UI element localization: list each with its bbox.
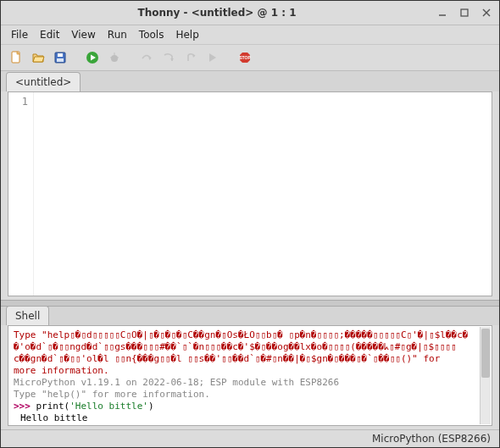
debug-button[interactable] (106, 49, 123, 66)
shell-input-line-1: >>> print('Hello bittle') (14, 401, 475, 412)
shell-input-str: 'Hello bittle' (69, 401, 148, 412)
shell-garbled-tail: more information. (14, 365, 475, 377)
save-button[interactable] (52, 49, 69, 66)
new-file-button[interactable] (8, 49, 25, 66)
step-over-button[interactable] (138, 49, 155, 66)
shell-info-line: Type "help()" for more information. (14, 389, 475, 401)
line-number-gutter: 1 (8, 92, 34, 296)
titlebar: Thonny - <untitled> @ 1 : 1 (1, 1, 499, 25)
svg-marker-19 (209, 53, 216, 62)
shell-garbled-3: c��gn�d`▯�▯▯'ol�l ▯▯n{���g▯▯�l ▯▯s��'▯▯�… (14, 353, 475, 365)
code-area[interactable] (34, 92, 492, 296)
shell-garbled-2: �'o�d`▯�▯▯ngd�d`▯▯gs���▯▯▯#��`▯`�n▯▯▯��c… (14, 341, 475, 353)
svg-text:STOP: STOP (239, 55, 251, 60)
editor[interactable]: 1 (8, 91, 492, 296)
shell-input-pre: print( (36, 401, 70, 412)
shell-input-post: ) (148, 401, 154, 412)
menu-help[interactable]: Help (170, 27, 203, 42)
menu-file[interactable]: File (6, 27, 33, 42)
open-file-button[interactable] (30, 49, 47, 66)
line-number-1: 1 (8, 96, 28, 108)
pane-splitter[interactable] (1, 300, 499, 307)
toolbar: STOP (1, 45, 499, 71)
close-button[interactable] (479, 5, 494, 20)
svg-rect-6 (58, 53, 63, 57)
shell-tab-label: Shell (15, 310, 40, 322)
shell-input-line-2[interactable]: >>> (14, 424, 475, 426)
menu-edit[interactable]: Edit (35, 27, 64, 42)
svg-point-10 (111, 55, 118, 62)
shell-prompt-1: >>> (14, 401, 36, 412)
shell-content: Type "help▯�▯d▯▯▯▯▯C▯O�|▯�▯�▯�▯C��gn�▯Os… (14, 329, 486, 426)
svg-rect-7 (57, 58, 64, 62)
menu-tools[interactable]: Tools (134, 27, 169, 42)
menu-view[interactable]: View (66, 27, 100, 42)
shell-prompt-2: >>> (14, 424, 31, 426)
svg-marker-16 (170, 58, 174, 61)
window-title: Thonny - <untitled> @ 1 : 1 (6, 7, 428, 19)
shell-scrollbar[interactable] (480, 327, 491, 424)
backend-indicator[interactable]: MicroPython (ESP8266) (372, 433, 491, 445)
run-button[interactable] (84, 49, 101, 66)
resume-button[interactable] (204, 49, 221, 66)
editor-tabs: <untitled> (1, 71, 499, 91)
svg-rect-1 (461, 9, 468, 16)
maximize-button[interactable] (457, 5, 472, 20)
shell-tabs: Shell (1, 307, 499, 325)
editor-tab-label: <untitled> (15, 76, 71, 88)
shell-tab[interactable]: Shell (6, 306, 49, 325)
shell[interactable]: Type "help▯�▯d▯▯▯▯▯C▯O�|▯�▯�▯�▯C��gn�▯Os… (8, 325, 492, 426)
menu-run[interactable]: Run (103, 27, 132, 42)
app-window: Thonny - <untitled> @ 1 : 1 File Edit Vi… (0, 0, 500, 448)
menubar: File Edit View Run Tools Help (1, 25, 499, 45)
statusbar: MicroPython (ESP8266) (1, 429, 499, 447)
minimize-button[interactable] (435, 5, 450, 20)
shell-version-line: MicroPython v1.19.1 on 2022-06-18; ESP m… (14, 377, 475, 389)
shell-output-1: Hello bittle (20, 412, 475, 424)
shell-scrollbar-thumb[interactable] (481, 329, 490, 378)
step-into-button[interactable] (160, 49, 177, 66)
stop-button[interactable]: STOP (236, 49, 253, 66)
shell-garbled-1: Type "help▯�▯d▯▯▯▯▯C▯O�|▯�▯�▯�▯C��gn�▯Os… (14, 329, 475, 341)
editor-tab-untitled[interactable]: <untitled> (6, 72, 81, 91)
step-out-button[interactable] (182, 49, 199, 66)
